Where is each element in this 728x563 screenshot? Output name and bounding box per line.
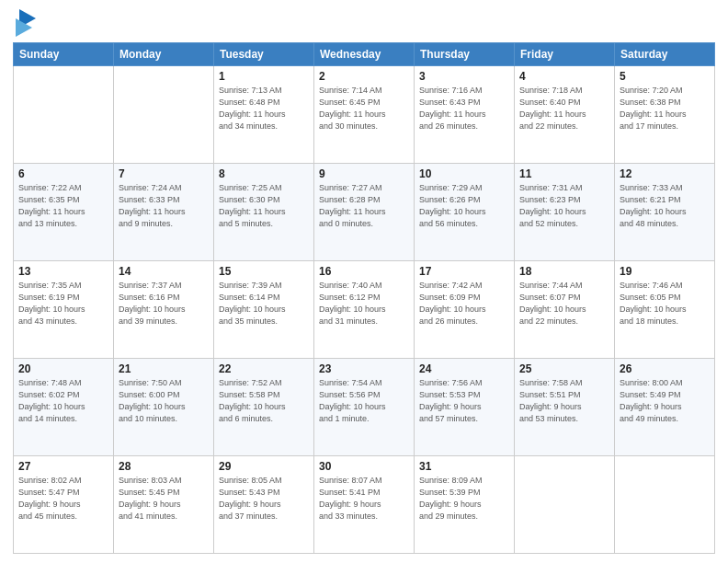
day-number: 19 [620,265,710,278]
calendar-cell [515,456,615,554]
calendar-cell: 5Sunrise: 7:20 AM Sunset: 6:38 PM Daylig… [615,66,715,164]
day-info: Sunrise: 7:14 AM Sunset: 6:45 PM Dayligh… [319,85,409,132]
calendar-cell: 8Sunrise: 7:25 AM Sunset: 6:30 PM Daylig… [214,164,314,261]
day-info: Sunrise: 7:42 AM Sunset: 6:09 PM Dayligh… [419,280,509,327]
day-number: 31 [419,460,509,473]
day-number: 15 [219,265,309,278]
calendar-cell: 30Sunrise: 8:07 AM Sunset: 5:41 PM Dayli… [314,456,415,554]
calendar-cell: 17Sunrise: 7:42 AM Sunset: 6:09 PM Dayli… [415,261,515,359]
calendar-cell: 22Sunrise: 7:52 AM Sunset: 5:58 PM Dayli… [214,359,314,456]
day-info: Sunrise: 8:02 AM Sunset: 5:47 PM Dayligh… [18,475,108,523]
calendar-week-row: 13Sunrise: 7:35 AM Sunset: 6:19 PM Dayli… [14,261,715,359]
day-info: Sunrise: 8:03 AM Sunset: 5:45 PM Dayligh… [119,475,209,523]
day-info: Sunrise: 8:09 AM Sunset: 5:39 PM Dayligh… [419,475,509,523]
calendar-cell: 7Sunrise: 7:24 AM Sunset: 6:33 PM Daylig… [114,164,214,261]
calendar-week-row: 1Sunrise: 7:13 AM Sunset: 6:48 PM Daylig… [14,66,715,164]
day-number: 25 [519,362,609,375]
day-number: 7 [119,167,209,180]
day-number: 24 [419,362,509,375]
day-number: 28 [119,460,209,473]
calendar-cell: 19Sunrise: 7:46 AM Sunset: 6:05 PM Dayli… [615,261,715,359]
day-number: 18 [519,265,609,278]
day-number: 13 [18,265,108,278]
weekday-header: Monday [114,43,214,66]
day-number: 8 [219,167,309,180]
day-info: Sunrise: 7:18 AM Sunset: 6:40 PM Dayligh… [519,85,609,132]
calendar-header-row: SundayMondayTuesdayWednesdayThursdayFrid… [14,43,715,66]
calendar-cell: 2Sunrise: 7:14 AM Sunset: 6:45 PM Daylig… [314,66,415,164]
calendar-week-row: 27Sunrise: 8:02 AM Sunset: 5:47 PM Dayli… [14,456,715,554]
day-info: Sunrise: 7:24 AM Sunset: 6:33 PM Dayligh… [119,182,209,230]
day-info: Sunrise: 8:05 AM Sunset: 5:43 PM Dayligh… [219,475,309,523]
day-number: 20 [18,362,108,375]
calendar-cell: 12Sunrise: 7:33 AM Sunset: 6:21 PM Dayli… [615,164,715,261]
calendar-cell: 13Sunrise: 7:35 AM Sunset: 6:19 PM Dayli… [14,261,114,359]
weekday-header: Sunday [14,43,114,66]
day-number: 23 [319,362,409,375]
day-number: 26 [620,362,710,375]
calendar-cell: 16Sunrise: 7:40 AM Sunset: 6:12 PM Dayli… [314,261,415,359]
calendar-cell: 27Sunrise: 8:02 AM Sunset: 5:47 PM Dayli… [14,456,114,554]
calendar-cell: 24Sunrise: 7:56 AM Sunset: 5:53 PM Dayli… [415,359,515,456]
calendar-table: SundayMondayTuesdayWednesdayThursdayFrid… [13,42,715,554]
weekday-header: Saturday [615,43,715,66]
day-number: 29 [219,460,309,473]
logo-icon [16,9,36,37]
day-info: Sunrise: 7:50 AM Sunset: 6:00 PM Dayligh… [119,377,209,425]
day-info: Sunrise: 7:27 AM Sunset: 6:28 PM Dayligh… [319,182,409,230]
day-number: 22 [219,362,309,375]
weekday-header: Thursday [415,43,515,66]
day-info: Sunrise: 7:39 AM Sunset: 6:14 PM Dayligh… [219,280,309,327]
calendar-cell: 20Sunrise: 7:48 AM Sunset: 6:02 PM Dayli… [14,359,114,456]
page: SundayMondayTuesdayWednesdayThursdayFrid… [0,0,728,563]
calendar-cell: 6Sunrise: 7:22 AM Sunset: 6:35 PM Daylig… [14,164,114,261]
calendar-cell: 21Sunrise: 7:50 AM Sunset: 6:00 PM Dayli… [114,359,214,456]
day-info: Sunrise: 7:56 AM Sunset: 5:53 PM Dayligh… [419,377,509,425]
day-info: Sunrise: 7:33 AM Sunset: 6:21 PM Dayligh… [620,182,710,230]
calendar-cell: 18Sunrise: 7:44 AM Sunset: 6:07 PM Dayli… [515,261,615,359]
calendar-cell [114,66,214,164]
day-info: Sunrise: 7:22 AM Sunset: 6:35 PM Dayligh… [18,182,108,230]
day-info: Sunrise: 8:07 AM Sunset: 5:41 PM Dayligh… [319,475,409,523]
day-info: Sunrise: 7:16 AM Sunset: 6:43 PM Dayligh… [419,85,509,132]
weekday-header: Wednesday [314,43,415,66]
day-info: Sunrise: 7:48 AM Sunset: 6:02 PM Dayligh… [18,377,108,425]
day-number: 5 [620,70,710,83]
calendar-week-row: 6Sunrise: 7:22 AM Sunset: 6:35 PM Daylig… [14,164,715,261]
day-info: Sunrise: 7:52 AM Sunset: 5:58 PM Dayligh… [219,377,309,425]
day-number: 10 [419,167,509,180]
calendar-cell: 10Sunrise: 7:29 AM Sunset: 6:26 PM Dayli… [415,164,515,261]
weekday-header: Friday [515,43,615,66]
day-number: 30 [319,460,409,473]
calendar-cell: 15Sunrise: 7:39 AM Sunset: 6:14 PM Dayli… [214,261,314,359]
day-number: 2 [319,70,409,83]
calendar-cell: 11Sunrise: 7:31 AM Sunset: 6:23 PM Dayli… [515,164,615,261]
day-number: 6 [18,167,108,180]
day-number: 27 [18,460,108,473]
calendar-cell: 25Sunrise: 7:58 AM Sunset: 5:51 PM Dayli… [515,359,615,456]
day-number: 17 [419,265,509,278]
day-number: 14 [119,265,209,278]
day-number: 9 [319,167,409,180]
day-info: Sunrise: 7:31 AM Sunset: 6:23 PM Dayligh… [519,182,609,230]
calendar-cell: 26Sunrise: 8:00 AM Sunset: 5:49 PM Dayli… [615,359,715,456]
day-info: Sunrise: 7:29 AM Sunset: 6:26 PM Dayligh… [419,182,509,230]
day-info: Sunrise: 7:46 AM Sunset: 6:05 PM Dayligh… [620,280,710,327]
calendar-cell: 14Sunrise: 7:37 AM Sunset: 6:16 PM Dayli… [114,261,214,359]
calendar-cell: 3Sunrise: 7:16 AM Sunset: 6:43 PM Daylig… [415,66,515,164]
day-info: Sunrise: 7:40 AM Sunset: 6:12 PM Dayligh… [319,280,409,327]
day-info: Sunrise: 7:20 AM Sunset: 6:38 PM Dayligh… [620,85,710,132]
day-number: 3 [419,70,509,83]
weekday-header: Tuesday [214,43,314,66]
header [13,9,715,37]
day-info: Sunrise: 7:54 AM Sunset: 5:56 PM Dayligh… [319,377,409,425]
day-info: Sunrise: 7:35 AM Sunset: 6:19 PM Dayligh… [18,280,108,327]
day-number: 4 [519,70,609,83]
calendar-week-row: 20Sunrise: 7:48 AM Sunset: 6:02 PM Dayli… [14,359,715,456]
calendar-cell: 23Sunrise: 7:54 AM Sunset: 5:56 PM Dayli… [314,359,415,456]
day-info: Sunrise: 7:25 AM Sunset: 6:30 PM Dayligh… [219,182,309,230]
calendar-cell: 4Sunrise: 7:18 AM Sunset: 6:40 PM Daylig… [515,66,615,164]
calendar-cell: 29Sunrise: 8:05 AM Sunset: 5:43 PM Dayli… [214,456,314,554]
calendar-cell: 31Sunrise: 8:09 AM Sunset: 5:39 PM Dayli… [415,456,515,554]
day-number: 21 [119,362,209,375]
